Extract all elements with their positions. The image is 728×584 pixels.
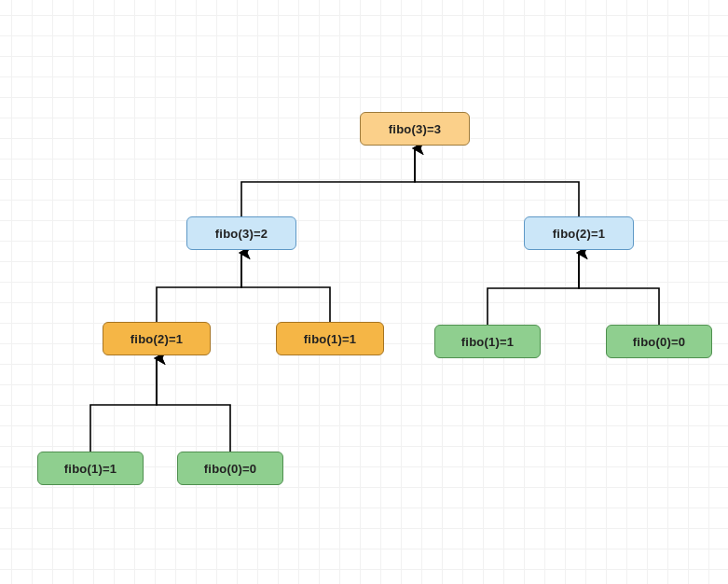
edge-ll-to-l <box>157 253 241 322</box>
tree-node-rr: fibo(0)=0 <box>606 325 712 358</box>
tree-node-label: fibo(1)=1 <box>64 462 117 476</box>
tree-node-label: fibo(1)=1 <box>304 332 356 346</box>
tree-node-label: fibo(3)=2 <box>215 227 268 241</box>
tree-node-llr: fibo(0)=0 <box>177 452 283 485</box>
tree-node-label: fibo(2)=1 <box>553 227 605 241</box>
diagram-canvas: fibo(3)=3fibo(3)=2fibo(2)=1fibo(2)=1fibo… <box>0 0 728 584</box>
edge-lll-to-ll <box>90 358 157 452</box>
edge-llr-to-ll <box>157 358 230 452</box>
tree-node-label: fibo(0)=0 <box>633 335 685 349</box>
tree-node-label: fibo(1)=1 <box>461 335 514 349</box>
tree-node-ll: fibo(2)=1 <box>103 322 211 355</box>
tree-node-root: fibo(3)=3 <box>360 112 470 146</box>
tree-node-rl: fibo(1)=1 <box>434 325 541 358</box>
edge-layer <box>0 0 728 584</box>
tree-node-l: fibo(3)=2 <box>186 216 296 250</box>
tree-node-lr: fibo(1)=1 <box>276 322 384 355</box>
edge-l-to-root <box>241 148 415 216</box>
edge-rl-to-r <box>488 253 579 325</box>
tree-node-r: fibo(2)=1 <box>524 216 634 250</box>
tree-node-label: fibo(0)=0 <box>204 462 256 476</box>
edge-rr-to-r <box>579 253 659 325</box>
tree-node-label: fibo(3)=3 <box>389 122 441 136</box>
tree-node-lll: fibo(1)=1 <box>37 452 144 485</box>
edge-lr-to-l <box>241 253 330 322</box>
edge-r-to-root <box>415 148 579 216</box>
tree-node-label: fibo(2)=1 <box>130 332 183 346</box>
